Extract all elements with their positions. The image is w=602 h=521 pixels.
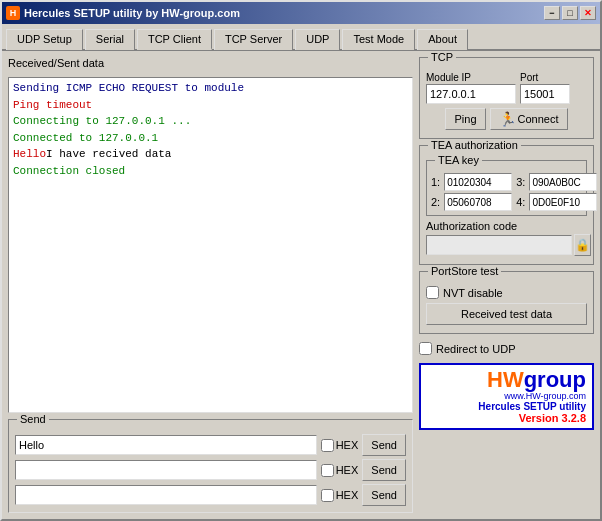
send-input-1[interactable] — [15, 435, 317, 455]
tea-row-1: 1: 3: — [431, 173, 582, 191]
send-input-3[interactable] — [15, 485, 317, 505]
tab-serial[interactable]: Serial — [85, 29, 135, 50]
received-text-area[interactable]: Sending ICMP ECHO REQUEST to module Ping… — [8, 77, 413, 413]
auth-code-label: Authorization code — [426, 220, 587, 232]
hex-label-3: HEX — [336, 489, 359, 501]
tea-input-3[interactable] — [529, 173, 597, 191]
tab-udp-setup[interactable]: UDP Setup — [6, 29, 83, 50]
app-icon: H — [6, 6, 20, 20]
port-input[interactable] — [520, 84, 570, 104]
tea-num-4: 4: — [516, 196, 525, 208]
brand-title: Hercules SETUP utility — [478, 401, 586, 412]
module-ip-input[interactable] — [426, 84, 516, 104]
send-button-2[interactable]: Send — [362, 459, 406, 481]
ping-button[interactable]: Ping — [445, 108, 485, 130]
brand-hw: HWgroup — [487, 367, 586, 392]
send-group: Send HEX Send — [8, 419, 413, 513]
minimize-button[interactable]: − — [544, 6, 560, 20]
hex-label-1: HEX — [336, 439, 359, 451]
maximize-button[interactable]: □ — [562, 6, 578, 20]
hex-checkbox-1[interactable] — [321, 439, 334, 452]
log-line-5: HelloI have recived data — [13, 146, 408, 163]
tea-num-1: 1: — [431, 176, 440, 188]
send-button-3[interactable]: Send — [362, 484, 406, 506]
right-panel: TCP Module IP Port Ping 🏃 Connect — [419, 57, 594, 513]
tcp-group: TCP Module IP Port Ping 🏃 Connect — [419, 57, 594, 139]
tea-num-2: 2: — [431, 196, 440, 208]
hex-label-2: HEX — [336, 464, 359, 476]
brand-site: www.HW-group.com — [504, 391, 586, 401]
send-rows: HEX Send HEX Send — [15, 434, 406, 506]
hex-check-1: HEX — [321, 439, 359, 452]
received-label: Received/Sent data — [8, 57, 413, 69]
hex-check-3: HEX — [321, 489, 359, 502]
send-group-label: Send — [17, 413, 49, 425]
brand-hw-group: HWgroup — [487, 369, 586, 391]
portstore-group: PortStore test NVT disable Received test… — [419, 271, 594, 334]
connect-label: Connect — [518, 113, 559, 125]
auth-row: 🔒 — [426, 234, 587, 256]
tea-group-label: TEA authorization — [428, 139, 521, 151]
content-area: Received/Sent data Sending ICMP ECHO REQ… — [2, 51, 600, 519]
hex-checkbox-3[interactable] — [321, 489, 334, 502]
tab-about[interactable]: About — [417, 29, 468, 50]
brand-version: Version 3.2.8 — [519, 412, 586, 424]
tab-tcp-client[interactable]: TCP Client — [137, 29, 212, 50]
tab-test-mode[interactable]: Test Mode — [342, 29, 415, 50]
tab-udp[interactable]: UDP — [295, 29, 340, 50]
tea-row-2: 2: 4: — [431, 193, 582, 211]
redirect-label: Redirect to UDP — [436, 343, 515, 355]
brand-box: HWgroup www.HW-group.com Hercules SETUP … — [419, 363, 594, 430]
redirect-row: Redirect to UDP — [419, 340, 594, 357]
hex-check-2: HEX — [321, 464, 359, 477]
tea-input-4[interactable] — [529, 193, 597, 211]
tcp-group-label: TCP — [428, 51, 456, 63]
tea-group: TEA authorization TEA key 1: 3: 2: — [419, 145, 594, 265]
title-bar-left: H Hercules SETUP utility by HW-group.com — [6, 6, 240, 20]
hex-checkbox-2[interactable] — [321, 464, 334, 477]
nvt-label: NVT disable — [443, 287, 503, 299]
send-row-1: HEX Send — [15, 434, 406, 456]
log-line-3: Connecting to 127.0.0.1 ... — [13, 113, 408, 130]
send-input-2[interactable] — [15, 460, 317, 480]
portstore-label: PortStore test — [428, 265, 501, 277]
tea-input-2[interactable] — [444, 193, 512, 211]
tabs-bar: UDP Setup Serial TCP Client TCP Server U… — [2, 24, 600, 51]
lock-button[interactable]: 🔒 — [574, 234, 591, 256]
log-line-6: Connection closed — [13, 163, 408, 180]
received-test-btn[interactable]: Received test data — [426, 303, 587, 325]
auth-code-input[interactable] — [426, 235, 572, 255]
window-title: Hercules SETUP utility by HW-group.com — [24, 7, 240, 19]
tea-input-1[interactable] — [444, 173, 512, 191]
connect-button[interactable]: 🏃 Connect — [490, 108, 568, 130]
tcp-fields: Module IP Port — [426, 72, 587, 104]
port-label: Port — [520, 72, 570, 83]
run-icon: 🏃 — [499, 111, 515, 127]
main-window: H Hercules SETUP utility by HW-group.com… — [0, 0, 602, 521]
send-row-2: HEX Send — [15, 459, 406, 481]
port-field-group: Port — [520, 72, 570, 104]
nvt-checkbox[interactable] — [426, 286, 439, 299]
send-button-1[interactable]: Send — [362, 434, 406, 456]
module-ip-field-group: Module IP — [426, 72, 516, 104]
close-button[interactable]: ✕ — [580, 6, 596, 20]
redirect-checkbox[interactable] — [419, 342, 432, 355]
tab-tcp-server[interactable]: TCP Server — [214, 29, 293, 50]
tea-key-group: TEA key 1: 3: 2: 4: — [426, 160, 587, 216]
tcp-buttons: Ping 🏃 Connect — [426, 108, 587, 130]
log-line-4: Connected to 127.0.0.1 — [13, 130, 408, 147]
send-row-3: HEX Send — [15, 484, 406, 506]
log-line-2: Ping timeout — [13, 97, 408, 114]
tea-rows: 1: 3: 2: 4: — [431, 173, 582, 211]
title-bar: H Hercules SETUP utility by HW-group.com… — [2, 2, 600, 24]
left-panel: Received/Sent data Sending ICMP ECHO REQ… — [8, 57, 413, 513]
tea-key-label: TEA key — [435, 154, 482, 166]
log-line-1: Sending ICMP ECHO REQUEST to module — [13, 80, 408, 97]
title-buttons: − □ ✕ — [544, 6, 596, 20]
nvt-row: NVT disable — [426, 286, 587, 299]
module-ip-label: Module IP — [426, 72, 516, 83]
tea-num-3: 3: — [516, 176, 525, 188]
